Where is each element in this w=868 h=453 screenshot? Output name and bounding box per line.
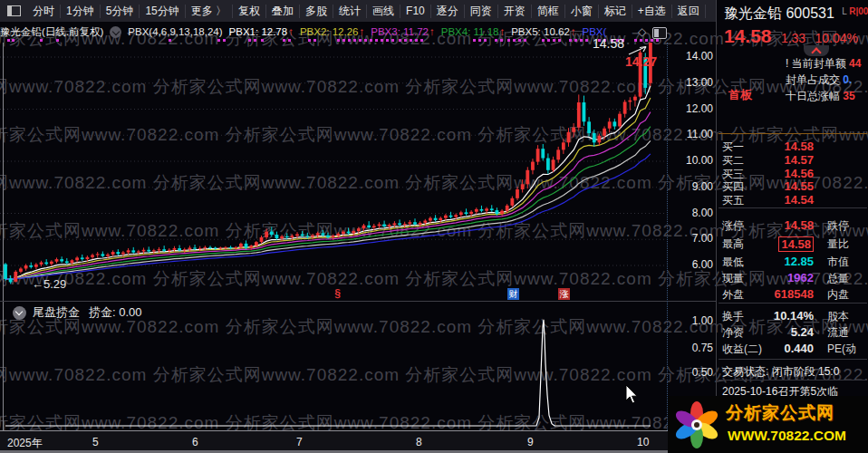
candle	[19, 268, 23, 271]
sub-indicator-chart[interactable]	[0, 302, 668, 430]
stat-label-市值: 市值	[827, 255, 849, 270]
candle	[301, 235, 304, 236]
low-price-label: ←5.29	[32, 277, 66, 291]
candle	[347, 232, 351, 234]
menu-item-开资[interactable]: 开资	[498, 5, 532, 18]
signal-dot	[547, 39, 550, 42]
signal-dot	[478, 39, 481, 42]
menu-item-分时[interactable]: 分时	[27, 5, 61, 18]
logo-url: WWW.70822.COM	[728, 428, 846, 444]
split-window-icon[interactable]	[7, 5, 21, 16]
menu-item-list: 分时1分钟5分钟15分钟更多 〉复权叠加多股统计画线F10逐分同资开资简框小窗标…	[27, 5, 706, 18]
candle	[439, 218, 442, 220]
stock-name-row: 豫光金铅 600531 L R|00(	[724, 5, 868, 24]
panel-divider	[719, 133, 867, 134]
signal-dot	[513, 39, 516, 42]
signal-dot	[391, 39, 394, 42]
signal-dot	[558, 39, 561, 42]
menu-item-更多〉[interactable]: 更多 〉	[186, 5, 233, 18]
candle	[454, 215, 458, 217]
menu-item-+自选[interactable]: +自选	[632, 5, 672, 18]
candle	[459, 212, 463, 215]
candlestick-chart[interactable]	[0, 43, 668, 301]
info-row-2: 封单占成交 0.	[786, 72, 852, 88]
diamond-icon[interactable]: ◇	[638, 25, 646, 38]
pbx-line-2	[5, 98, 651, 279]
pbx-legend-item-3: PBX3: 11.72↑	[371, 26, 434, 37]
x-axis-label-6: 6	[192, 436, 198, 448]
panel-divider	[719, 380, 867, 381]
price-axis-label: 10.00	[668, 154, 713, 167]
candle	[234, 247, 237, 248]
candle	[255, 242, 258, 246]
pbx-legend-item-4: PBX4: 11.18↑	[441, 26, 505, 37]
candle	[490, 208, 494, 210]
menu-item-简框[interactable]: 简框	[532, 5, 565, 18]
signal-dot	[348, 39, 351, 42]
menu-item-多股[interactable]: 多股	[300, 5, 333, 18]
candle	[96, 254, 100, 255]
menu-item-小窗[interactable]: 小窗	[565, 5, 599, 18]
price-axis-label: 8.00	[668, 207, 713, 219]
candle	[536, 149, 540, 161]
candle	[541, 149, 545, 158]
menu-item-返回[interactable]: 返回	[672, 5, 706, 18]
flower-logo-icon	[671, 399, 722, 451]
candle	[398, 223, 401, 225]
signal-dot	[370, 39, 372, 42]
signal-dot	[381, 39, 383, 42]
prev-peak-label: 14.27	[625, 54, 657, 69]
candle	[352, 231, 355, 233]
site-logo[interactable]: 分析家公式网 WWW.70822.COM	[668, 396, 868, 453]
candle	[116, 252, 120, 254]
candle	[203, 247, 207, 248]
event-marker-财[interactable]: 财	[507, 288, 519, 300]
menu-item-5分钟[interactable]: 5分钟	[101, 5, 140, 18]
menu-item-15分钟[interactable]: 15分钟	[140, 5, 185, 18]
candle	[469, 212, 473, 214]
candle	[628, 101, 632, 102]
event-marker-涨[interactable]: 涨	[558, 288, 570, 300]
candle	[218, 247, 222, 248]
sub-axis-label: 0.50	[668, 366, 713, 379]
candle	[81, 257, 84, 259]
candle	[598, 136, 602, 142]
stat-value-涨停: 14.58	[784, 218, 814, 232]
candle	[34, 265, 38, 267]
menu-item-F10[interactable]: F10	[400, 5, 431, 18]
bid-label-5: 买五	[722, 193, 744, 208]
candle	[106, 255, 110, 256]
menu-item-画线[interactable]: 画线	[367, 5, 400, 18]
sub-indicator-name[interactable]: 尾盘捞金	[33, 304, 80, 321]
menu-item-统计[interactable]: 统计	[333, 5, 367, 18]
menu-item-1分钟[interactable]: 1分钟	[61, 5, 101, 18]
indicator-name[interactable]: PBX(4,6,9,13,18,24)	[128, 26, 222, 37]
signal-dot	[248, 39, 251, 42]
chart-panel-divider	[0, 301, 716, 302]
peak-price-label: 14.58	[593, 36, 624, 51]
stat-label-净资: 净资	[722, 325, 744, 341]
signal-dot	[364, 39, 367, 42]
candle	[239, 244, 243, 247]
menu-item-叠加[interactable]: 叠加	[266, 5, 300, 18]
candle	[260, 237, 264, 242]
candle	[531, 162, 535, 170]
stat-label-涨停: 涨停	[722, 218, 744, 234]
chevron-down-icon[interactable]	[110, 26, 121, 38]
menu-item-逐分[interactable]: 逐分	[431, 5, 465, 18]
flag-r: R|00(	[849, 6, 868, 16]
menu-item-复权[interactable]: 复权	[233, 5, 266, 18]
menu-item-同资[interactable]: 同资	[465, 5, 498, 18]
collapse-tab[interactable]	[804, 45, 829, 56]
collapse-chevron-icon[interactable]	[13, 306, 26, 320]
pbx-legend-item-1: PBX1: 12.78↑	[229, 26, 294, 37]
chart-left-axis-line	[3, 43, 4, 430]
price-axis-label: 11.00	[668, 128, 713, 140]
menu-item-标记[interactable]: 标记	[599, 5, 632, 18]
signal-dot	[288, 39, 291, 42]
layout-panel-icon[interactable]	[652, 27, 667, 39]
candle	[265, 232, 268, 237]
signal-dot	[507, 39, 510, 42]
event-marker-§[interactable]: §	[332, 288, 343, 300]
stock-code: 600531	[786, 5, 834, 21]
